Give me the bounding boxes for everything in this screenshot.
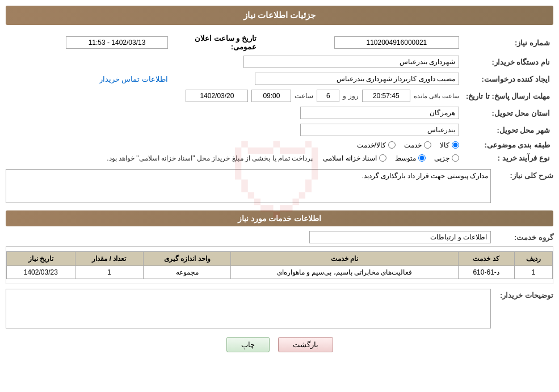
deadline-time-field: 09:00 bbox=[251, 90, 291, 102]
main-section-header: جزئیات اطلاعات نیاز bbox=[6, 6, 553, 25]
purchase-type-label: نوع فرآیند خرید : bbox=[463, 151, 553, 165]
time-label: ساعت bbox=[295, 92, 313, 100]
category-radio-0[interactable] bbox=[452, 141, 459, 149]
date-value: 1402/03/13 - 11:53 bbox=[6, 32, 171, 53]
creator-label: ایجاد کننده درخواست: bbox=[463, 70, 553, 87]
col-header-service-name: نام خدمت bbox=[231, 252, 458, 266]
category-label-2: کالا/خدمت bbox=[357, 141, 386, 149]
table-row: استان محل تحویل: هرمزگان bbox=[6, 104, 553, 121]
buyer-desc-textarea[interactable] bbox=[6, 289, 491, 328]
description-row: شرح کلی نیاز: bbox=[6, 169, 553, 205]
service-section-header: اطلاعات خدمات مورد نیاز bbox=[6, 210, 553, 226]
info-table: شماره نیاز: 1102004916000021 تاریخ و ساع… bbox=[6, 32, 553, 165]
need-number-value: 1102004916000021 bbox=[262, 32, 463, 53]
purchase-label-1: متوسط bbox=[395, 154, 416, 162]
deadline-date-field: 1402/03/20 bbox=[186, 90, 248, 102]
purchase-note: پرداخت تمام یا بخشی از مبلغ خریداز محل "… bbox=[107, 154, 313, 162]
col-header-quantity: تعداد / مقدار bbox=[75, 252, 144, 266]
remaining-time-field: 20:57:45 bbox=[362, 90, 410, 102]
service-group-row: گروه خدمت: اطلاعات و ارتباطات bbox=[6, 231, 553, 243]
service-cell-0-2: فعالیت‌های مخابراتی باسیم، بی‌سیم و ماهو… bbox=[231, 266, 458, 279]
back-button[interactable]: بازگشت bbox=[278, 337, 333, 352]
purchase-radio-1[interactable] bbox=[418, 154, 426, 162]
deadline-label: مهلت ارسال پاسخ: تا تاریخ: bbox=[463, 87, 553, 104]
table-row: مهلت ارسال پاسخ: تا تاریخ: ساعت باقی مان… bbox=[6, 87, 553, 104]
category-label-1: خدمت bbox=[404, 141, 422, 149]
service-table: ردیف کد خدمت نام خدمت واحد اندازه گیری ت… bbox=[6, 251, 553, 279]
category-radio-1[interactable] bbox=[424, 141, 431, 149]
service-group-field: اطلاعات و ارتباطات bbox=[309, 231, 491, 243]
purchase-option-1[interactable]: متوسط bbox=[395, 154, 426, 162]
buyer-desc-row: توضیحات خریدار: bbox=[6, 289, 553, 328]
contact-link[interactable]: اطلاعات تماس خریدار bbox=[99, 75, 168, 83]
category-label: طبقه بندی موضوعی: bbox=[463, 138, 553, 151]
category-label-0: کالا bbox=[440, 141, 449, 149]
table-row: طبقه بندی موضوعی: کالاخدمتکالا/خدمت bbox=[6, 138, 553, 151]
category-radio-2[interactable] bbox=[388, 141, 396, 149]
service-cell-0-5: 1402/03/23 bbox=[7, 266, 75, 279]
purchase-type-options: جزییمتوسطاسناد خزانه اسلامی پرداخت تمام … bbox=[6, 151, 463, 165]
table-row: نام دستگاه خریدار: شهرداری بندرعباس bbox=[6, 53, 553, 70]
col-header-unit: واحد اندازه گیری bbox=[144, 252, 231, 266]
print-button[interactable]: چاپ bbox=[226, 337, 270, 352]
city-field: بندرعباس bbox=[300, 124, 459, 136]
buyer-desc-label: توضیحات خریدار: bbox=[497, 289, 553, 300]
service-cell-0-4: 1 bbox=[75, 266, 144, 279]
main-header-title: جزئیات اطلاعات نیاز bbox=[243, 10, 316, 20]
creator-value: مصیب داوری کاربرداز شهرداری بندرعباس bbox=[171, 70, 463, 87]
description-container bbox=[6, 169, 491, 205]
table-row: شماره نیاز: 1102004916000021 تاریخ و ساع… bbox=[6, 32, 553, 53]
remaining-label: ساعت باقی مانده bbox=[414, 92, 459, 100]
creator-field: مصیب داوری کاربرداز شهرداری بندرعباس bbox=[255, 73, 459, 85]
buyer-name-label: نام دستگاه خریدار: bbox=[463, 53, 553, 70]
service-cell-0-0: 1 bbox=[514, 266, 552, 279]
purchase-radio-2[interactable] bbox=[379, 154, 386, 162]
service-header-title: اطلاعات خدمات مورد نیاز bbox=[238, 214, 322, 223]
table-row: شهر محل تحویل: بندرعباس bbox=[6, 121, 553, 138]
province-value: هرمزگان bbox=[6, 104, 463, 121]
city-value: بندرعباس bbox=[6, 121, 463, 138]
buyer-name-value: شهرداری بندرعباس bbox=[6, 53, 463, 70]
days-label: روز و bbox=[343, 92, 358, 100]
table-row: نوع فرآیند خرید : جزییمتوسطاسناد خزانه ا… bbox=[6, 151, 553, 165]
category-options: کالاخدمتکالا/خدمت bbox=[6, 138, 463, 151]
days-field: 6 bbox=[317, 90, 339, 102]
province-label: استان محل تحویل: bbox=[463, 104, 553, 121]
service-group-label: گروه خدمت: bbox=[497, 233, 553, 242]
date-label: تاریخ و ساعت اعلان عمومی: bbox=[171, 32, 262, 53]
description-label: شرح کلی نیاز: bbox=[497, 169, 553, 180]
table-row: 1د-61-610فعالیت‌های مخابراتی باسیم، بی‌س… bbox=[7, 266, 553, 279]
col-header-service-code: کد خدمت bbox=[458, 252, 514, 266]
need-number-label: شماره نیاز: bbox=[463, 32, 553, 53]
category-option-0[interactable]: کالا bbox=[440, 141, 459, 149]
province-field: هرمزگان bbox=[300, 107, 459, 119]
service-cell-0-1: د-61-610 bbox=[458, 266, 514, 279]
service-table-container: ردیف کد خدمت نام خدمت واحد اندازه گیری ت… bbox=[6, 246, 553, 284]
deadline-row: ساعت باقی مانده 20:57:45 روز و 6 ساعت 09… bbox=[6, 87, 463, 104]
category-option-2[interactable]: کالا/خدمت bbox=[357, 141, 396, 149]
need-number-field: 1102004916000021 bbox=[334, 36, 459, 49]
buyer-name-field: شهرداری بندرعباس bbox=[243, 56, 459, 68]
table-header-row: ردیف کد خدمت نام خدمت واحد اندازه گیری ت… bbox=[7, 252, 553, 266]
purchase-option-2[interactable]: اسناد خزانه اسلامی bbox=[323, 154, 386, 162]
col-header-date: تاریخ نیاز bbox=[7, 252, 75, 266]
description-textarea[interactable] bbox=[6, 169, 491, 203]
purchase-label-0: جزیی bbox=[434, 154, 449, 162]
table-row: ایجاد کننده درخواست: مصیب داوری کاربرداز… bbox=[6, 70, 553, 87]
city-label: شهر محل تحویل: bbox=[463, 121, 553, 138]
col-header-row-num: ردیف bbox=[514, 252, 552, 266]
purchase-option-0[interactable]: جزیی bbox=[434, 154, 459, 162]
contact-link-cell: اطلاعات تماس خریدار bbox=[6, 70, 171, 87]
category-option-1[interactable]: خدمت bbox=[404, 141, 431, 149]
date-field: 1402/03/13 - 11:53 bbox=[66, 36, 168, 49]
buttons-row: بازگشت چاپ bbox=[6, 337, 553, 358]
service-cell-0-3: مجموعه bbox=[144, 266, 231, 279]
purchase-radio-0[interactable] bbox=[452, 154, 459, 162]
purchase-label-2: اسناد خزانه اسلامی bbox=[323, 154, 377, 162]
